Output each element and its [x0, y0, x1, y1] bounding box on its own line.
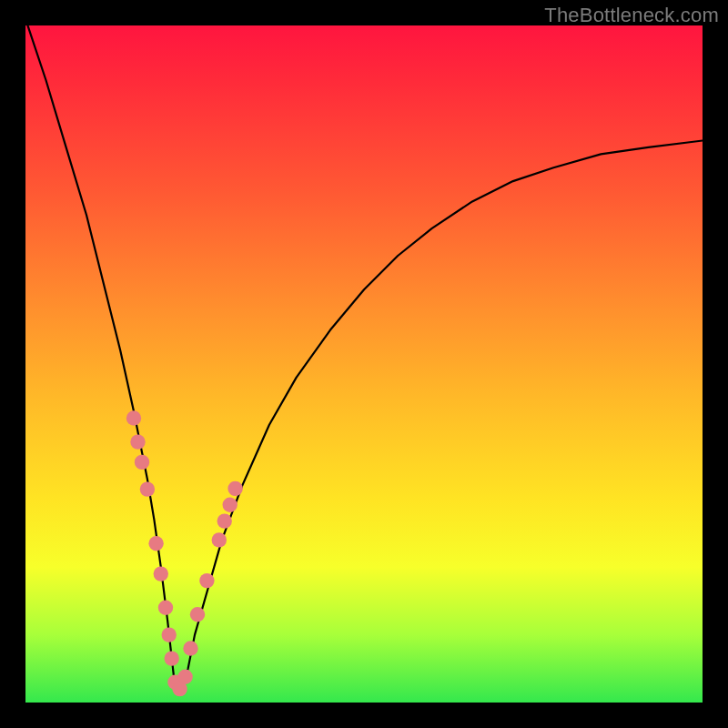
chart-frame: TheBottleneck.com	[0, 0, 728, 728]
plot-area	[25, 25, 703, 703]
marker-dot	[130, 434, 145, 449]
marker-dot	[217, 513, 232, 528]
marker-dot	[199, 573, 214, 588]
marker-dot	[148, 536, 163, 551]
marker-dot	[140, 481, 155, 496]
marker-dot	[177, 670, 192, 684]
marker-dot	[154, 566, 168, 581]
plot-svg	[25, 25, 703, 703]
marker-dot	[135, 455, 149, 470]
bottleneck-curve	[25, 25, 703, 689]
marker-dot	[162, 627, 177, 642]
marker-dot	[158, 601, 173, 615]
marker-dot	[126, 410, 141, 425]
marker-dot	[223, 498, 238, 512]
marker-dot	[165, 651, 179, 665]
highlight-markers	[126, 410, 243, 696]
marker-dot	[183, 641, 197, 655]
watermark-text: TheBottleneck.com	[544, 4, 719, 27]
marker-dot	[190, 607, 205, 622]
marker-dot	[212, 532, 227, 547]
marker-dot	[228, 481, 242, 496]
